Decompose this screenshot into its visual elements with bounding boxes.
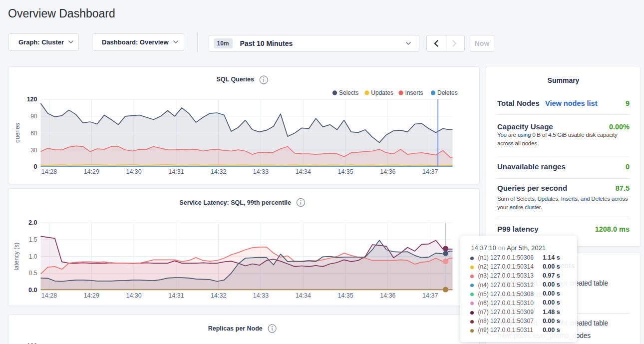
svg-text:Service Latency: SQL, 99th per: Service Latency: SQL, 99th percentile: [179, 199, 291, 206]
svg-text:Selects: Selects: [339, 89, 358, 96]
svg-text:120: 120: [26, 342, 37, 344]
svg-text:120: 120: [26, 96, 37, 103]
svg-text:queries: queries: [14, 123, 21, 142]
svg-text:14:32: 14:32: [211, 292, 226, 299]
svg-text:0: 0: [33, 163, 37, 170]
svg-text:2.0: 2.0: [28, 219, 37, 226]
svg-text:14:30: 14:30: [126, 168, 141, 175]
svg-text:14:34: 14:34: [295, 292, 311, 299]
svg-text:14:37: 14:37: [422, 292, 438, 299]
svg-text:14:37: 14:37: [422, 168, 438, 175]
svg-text:14:33: 14:33: [253, 168, 268, 175]
svg-text:0.5: 0.5: [28, 270, 37, 277]
svg-text:14:30: 14:30: [126, 292, 141, 299]
svg-text:14:29: 14:29: [83, 292, 99, 299]
svg-text:Replicas per Node: Replicas per Node: [208, 325, 262, 332]
svg-text:14:28: 14:28: [41, 292, 56, 299]
svg-text:14:32: 14:32: [211, 168, 226, 175]
svg-text:14:36: 14:36: [380, 292, 395, 299]
svg-text:30: 30: [30, 146, 37, 153]
svg-text:14:31: 14:31: [168, 292, 184, 299]
svg-text:0.0: 0.0: [28, 287, 37, 294]
svg-text:Updates: Updates: [371, 89, 393, 96]
svg-text:14:33: 14:33: [253, 292, 268, 299]
svg-text:14:36: 14:36: [380, 168, 395, 175]
svg-text:14:31: 14:31: [168, 168, 184, 175]
svg-text:latency (s): latency (s): [13, 243, 20, 270]
svg-text:SQL Queries: SQL Queries: [216, 76, 254, 83]
svg-text:14:28: 14:28: [41, 168, 56, 175]
svg-text:14:35: 14:35: [337, 168, 353, 175]
svg-text:1.5: 1.5: [28, 236, 37, 243]
svg-text:Deletes: Deletes: [437, 89, 458, 96]
svg-text:60: 60: [30, 129, 37, 136]
svg-text:14:34: 14:34: [295, 168, 311, 175]
svg-text:90: 90: [30, 113, 37, 120]
svg-text:Inserts: Inserts: [405, 89, 423, 96]
svg-text:14:29: 14:29: [83, 168, 99, 175]
svg-text:14:35: 14:35: [337, 292, 353, 299]
svg-text:1.0: 1.0: [28, 253, 37, 260]
